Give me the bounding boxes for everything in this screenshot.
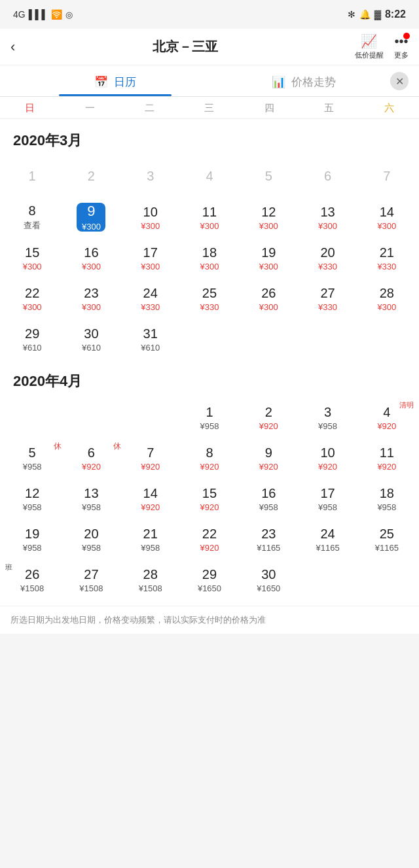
calendar-day-cell[interactable]: 16¥958 [239,479,298,519]
calendar-day-cell [62,398,120,438]
calendar-day-cell [357,319,416,360]
calendar-day-cell[interactable]: 13¥300 [298,198,357,238]
calendar-day-cell[interactable]: 9¥300 [62,198,120,238]
calendar-day-cell[interactable]: 11¥920 [357,438,416,479]
calendar-day-cell[interactable]: 16¥300 [62,238,120,279]
day-price: ¥920 [141,462,160,472]
calendar-day-cell[interactable]: 3 [121,157,180,198]
day-number: 24 [320,526,335,542]
calendar-day-cell[interactable]: 24¥330 [121,279,180,319]
calendar-day-cell[interactable]: 清明4¥920 [357,398,416,438]
calendar-day-cell[interactable]: 8查看 [3,198,62,238]
calendar-day-cell[interactable]: 22¥300 [3,279,62,319]
day-price: ¥300 [318,221,337,231]
month-grid-1: 1¥9582¥9203¥958清明4¥920休5¥958休6¥9207¥9208… [0,398,419,600]
calendar-day-cell[interactable]: 15¥300 [3,238,62,279]
calendar-day-cell[interactable]: 9¥920 [239,438,298,479]
day-price: ¥300 [377,302,396,312]
day-price: ¥920 [200,543,219,553]
calendar-day-cell[interactable]: 27¥330 [298,279,357,319]
calendar-day-cell[interactable]: 7 [357,157,416,198]
calendar-day-cell[interactable]: 休5¥958 [3,438,62,479]
calendar-day-cell[interactable]: 21¥958 [121,519,180,560]
calendar-day-cell[interactable]: 17¥958 [298,479,357,519]
calendar-day-cell[interactable]: 19¥300 [239,238,298,279]
day-number: 2 [88,168,95,184]
day-number: 9 [265,445,272,460]
calendar-day-cell[interactable]: 12¥300 [239,198,298,238]
calendar-day-cell[interactable]: 25¥330 [180,279,239,319]
back-button[interactable]: ‹ [10,39,15,56]
tab-trend[interactable]: 📊 价格走势 [210,65,398,96]
day-price: ¥610 [141,343,160,353]
day-price: ¥330 [318,262,337,271]
calendar-day-cell[interactable]: 19¥958 [3,519,62,560]
calendar-day-cell[interactable]: 15¥920 [180,479,239,519]
calendar-day-cell[interactable]: 30¥1650 [239,560,298,600]
calendar-day-cell[interactable]: 10¥300 [121,198,180,238]
calendar-day-cell[interactable]: 29¥1650 [180,560,239,600]
calendar-day-cell[interactable]: 27¥1508 [62,560,120,600]
day-number: 27 [320,285,335,301]
calendar-day-cell[interactable]: 1 [3,157,62,198]
day-price: ¥958 [318,421,337,431]
calendar-day-cell[interactable]: 11¥300 [180,198,239,238]
calendar-day-cell[interactable]: 5 [239,157,298,198]
calendar-day-cell[interactable]: 8¥920 [180,438,239,479]
calendar-day-cell[interactable]: 13¥958 [62,479,120,519]
calendar-day-cell[interactable]: 休6¥920 [62,438,120,479]
dow-sun: 日 [0,102,60,114]
dow-wed: 三 [179,102,239,114]
day-number: 3 [147,168,154,184]
status-left: 4G ▌▌▌ 🛜 ◎ [13,9,73,20]
calendar-day-cell[interactable]: 14¥300 [357,198,416,238]
day-number: 22 [202,526,217,542]
day-price: ¥958 [82,502,101,512]
low-price-alert-button[interactable]: 📈 低价提醒 [355,33,384,60]
calendar-day-cell[interactable]: 10¥920 [298,438,357,479]
calendar-day-cell[interactable]: 班26¥1508 [3,560,62,600]
day-price: ¥920 [259,421,278,431]
day-price: ¥300 [82,262,101,271]
day-price: ¥300 [259,302,278,312]
calendar-day-cell[interactable]: 23¥300 [62,279,120,319]
day-price: ¥920 [318,462,337,472]
calendar-day-cell[interactable]: 4 [180,157,239,198]
day-number: 23 [261,526,276,542]
calendar-day-cell[interactable]: 30¥610 [62,319,120,360]
calendar-day-cell[interactable]: 17¥300 [121,238,180,279]
calendar-day-cell[interactable]: 24¥1165 [298,519,357,560]
calendar-day-cell[interactable]: 25¥1165 [357,519,416,560]
day-price: 查看 [24,220,41,232]
calendar-day-cell[interactable]: 31¥610 [121,319,180,360]
calendar-day-cell[interactable]: 22¥920 [180,519,239,560]
calendar-day-cell [357,560,416,600]
calendar-day-cell[interactable]: 12¥958 [3,479,62,519]
tab-calendar[interactable]: 📅 日历 [21,65,210,96]
calendar-day-cell[interactable]: 2¥920 [239,398,298,438]
close-button[interactable]: ✕ [390,72,409,90]
calendar-day-cell[interactable]: 20¥330 [298,238,357,279]
day-number: 1 [29,168,36,184]
day-number: 25 [202,285,217,301]
calendar-day-cell[interactable]: 20¥958 [62,519,120,560]
calendar-day-cell[interactable]: 2 [62,157,120,198]
calendar-day-cell[interactable]: 26¥300 [239,279,298,319]
calendar-day-cell[interactable]: 3¥958 [298,398,357,438]
battery-icon: ▓ [374,9,381,20]
calendar-day-cell[interactable]: 28¥1508 [121,560,180,600]
calendar-day-cell[interactable]: 7¥920 [121,438,180,479]
day-price: ¥920 [200,502,219,512]
calendar-day-cell[interactable]: 1¥958 [180,398,239,438]
day-number: 4 [206,168,213,184]
day-number: 14 [143,485,158,501]
more-button[interactable]: ••• 更多 [394,34,409,60]
calendar-day-cell[interactable]: 28¥300 [357,279,416,319]
calendar-day-cell[interactable]: 18¥958 [357,479,416,519]
calendar-day-cell[interactable]: 21¥330 [357,238,416,279]
calendar-day-cell[interactable]: 23¥1165 [239,519,298,560]
calendar-day-cell[interactable]: 29¥610 [3,319,62,360]
calendar-day-cell[interactable]: 6 [298,157,357,198]
calendar-day-cell[interactable]: 18¥300 [180,238,239,279]
calendar-day-cell[interactable]: 14¥920 [121,479,180,519]
